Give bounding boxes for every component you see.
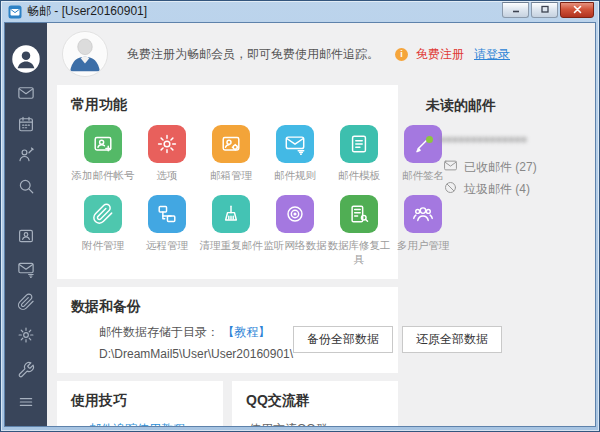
promo-message: 免费注册为畅邮会员，即可免费使用邮件追踪。 [127,46,379,63]
account-address-blurred: ●●●●●●●●●●●●●● [439,132,526,146]
common-functions-title: 常用功能 [71,96,384,114]
block-icon [443,180,458,198]
data-backup-card: 数据和备份 邮件数据存储于目录： 【教程】 D:\DreamMail5\User… [57,287,398,373]
folder-label: 已收邮件 (27) [464,159,537,176]
account-header: 免费注册为畅邮会员，即可免费使用邮件追踪。 i 免费注册 请登录 [57,23,595,85]
tips-title: 使用技巧 [71,392,209,410]
tile-label: 数据库修复工具 [327,238,391,266]
login-link[interactable]: 请登录 [474,46,510,63]
tile-label: 附件管理 [71,238,135,252]
mail-icon [443,158,458,176]
app-logo-icon [8,5,22,19]
unread-title: 未读的邮件 [426,97,586,115]
tile-gear[interactable] [148,125,186,163]
unread-folders: 已收邮件 (27)垃圾邮件 (4) [443,156,586,200]
tile-template[interactable] [340,125,378,163]
backup-all-button[interactable]: 备份全部数据 [293,326,393,353]
common-functions-card: 常用功能 添加邮件帐号选项邮箱管理邮件规则邮件模板邮件签名附件管理远程管理清理重… [57,85,398,279]
tips-card: 使用技巧 邮件追踪使用教程访问论坛，获得更多使用技巧官方网站首页 [57,381,223,426]
tile-remote[interactable] [148,195,186,233]
minimize-button[interactable] [502,2,529,18]
avatar [62,31,108,77]
contact-card-icon[interactable] [13,224,39,248]
tile-label: 远程管理 [135,238,199,252]
app-window: 畅邮 - [User20160901] [0,0,600,432]
tools-icon[interactable] [13,358,39,382]
tile-add-account[interactable] [84,125,122,163]
tile-label: 邮箱管理 [199,168,263,182]
tips-links: 邮件追踪使用教程访问论坛，获得更多使用技巧官方网站首页 [89,419,209,426]
storage-label: 邮件数据存储于目录： [99,325,219,339]
online-status-dot [426,136,433,143]
close-button[interactable] [560,2,594,18]
attachments-icon[interactable] [13,290,39,314]
tile-mailbox-manage[interactable] [212,125,250,163]
tile-label: 选项 [135,168,199,182]
tile-broom[interactable] [212,195,250,233]
unread-folder-row[interactable]: 已收邮件 (27) [443,156,586,178]
account-node[interactable]: ●●●●●●●●●●●●●● [426,132,586,146]
tile-label: 邮件模板 [327,168,391,182]
calendar-icon[interactable] [13,112,39,136]
tile-label: 监听网络数据 [263,238,327,252]
titlebar: 畅邮 - [User20160901] [1,1,599,22]
data-backup-title: 数据和备份 [71,298,384,316]
menu-icon[interactable] [13,390,39,414]
tip-link[interactable]: 邮件追踪使用教程 [89,419,209,426]
unread-panel: 未读的邮件 ●●●●●●●●●●●●●● 已收邮件 (27)垃圾邮件 (4) [426,85,586,426]
search-icon[interactable] [13,174,39,198]
storage-path-label: 邮件数据存储于目录： 【教程】 [99,324,293,341]
tile-radar[interactable] [276,195,314,233]
window-title: 畅邮 - [User20160901] [27,3,502,20]
tile-db-repair[interactable] [340,195,378,233]
register-link[interactable]: 免费注册 [416,46,464,63]
info-icon: i [395,48,408,61]
contacts-icon[interactable] [13,143,39,167]
user-avatar-icon[interactable] [11,44,41,74]
storage-path: D:\DreamMail5\User\User20160901\ [99,347,293,361]
tile-label: 邮件规则 [263,168,327,182]
tile-label: 清理重复邮件 [199,238,263,252]
mail-filter-icon[interactable] [13,257,39,281]
qq-groups-title: QQ交流群 [246,392,384,410]
folder-label: 垃圾邮件 (4) [464,181,530,198]
tiles-grid: 添加邮件帐号选项邮箱管理邮件规则邮件模板邮件签名附件管理远程管理清理重复邮件监听… [71,125,384,267]
tutorial-link[interactable]: 【教程】 [222,325,270,339]
main-content: 免费注册为畅邮会员，即可免费使用邮件追踪。 i 免费注册 请登录 常用功能 添加… [47,23,595,426]
tile-paperclip[interactable] [84,195,122,233]
qq-group-item: 使用交流QQ群：275793692 [249,419,384,426]
qq-items: 使用交流QQ群：275793692外贸行业交流群QQ群：850329367群发交… [249,419,384,426]
settings-icon[interactable] [13,323,39,347]
sidebar [5,23,47,426]
tile-label: 添加邮件帐号 [71,168,135,182]
qq-groups-card: QQ交流群 使用交流QQ群：275793692外贸行业交流群QQ群：850329… [232,381,398,426]
maximize-button[interactable] [531,2,558,18]
unread-folder-row[interactable]: 垃圾邮件 (4) [443,178,586,200]
tile-mail-rules[interactable] [276,125,314,163]
mail-icon[interactable] [13,81,39,105]
